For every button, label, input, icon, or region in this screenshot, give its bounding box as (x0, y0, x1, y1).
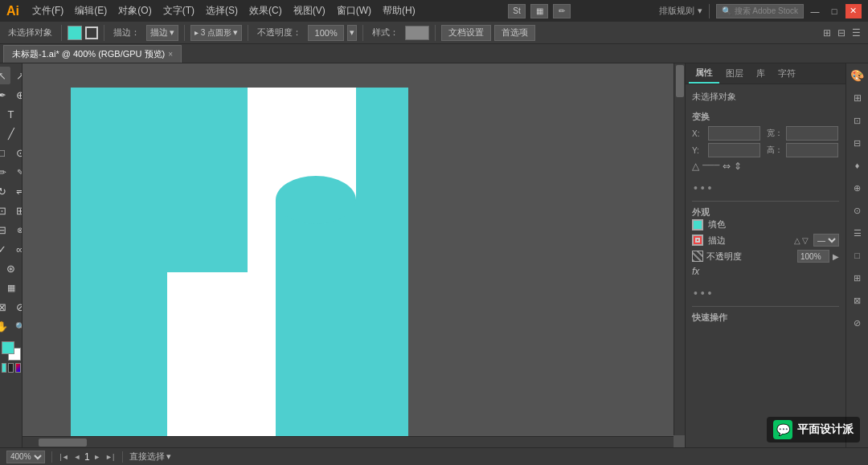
shape-tool2[interactable]: ⊙ (11, 144, 23, 161)
tab-properties[interactable]: 属性 (689, 63, 719, 84)
vertical-scroll-thumb[interactable] (676, 65, 684, 97)
horizontal-scroll-thumb[interactable] (39, 438, 87, 447)
more-options-1[interactable]: • • • (692, 180, 839, 196)
fill-type-icon[interactable] (692, 219, 703, 230)
qr-panel-icon[interactable]: ⊡ (849, 112, 866, 129)
brush-btn[interactable]: ✏ (553, 4, 571, 18)
link-panel-icon[interactable]: ⊟ (849, 134, 866, 152)
panel-icon5[interactable]: ♦ (849, 157, 866, 174)
menu-type[interactable]: 文字(T) (158, 2, 199, 19)
warp-tool[interactable]: ⊞ (11, 202, 23, 219)
line-tool[interactable]: ╱ (2, 124, 20, 142)
color-icon[interactable] (2, 363, 7, 373)
rect-tool[interactable]: □ (0, 144, 10, 161)
sort-dropdown-icon[interactable]: ▾ (698, 6, 702, 16)
style-preview[interactable] (405, 26, 429, 40)
flip-v-icon[interactable]: ⇕ (734, 161, 742, 172)
stroke-color-swatch[interactable] (85, 27, 98, 39)
hand-tool[interactable]: ✋ (0, 317, 10, 335)
pathfinder-panel-icon[interactable]: ⊞ (849, 89, 866, 107)
first-artboard-btn[interactable]: |◄ (59, 451, 70, 463)
stroke-type-select[interactable]: — (813, 234, 839, 247)
menu-view[interactable]: 视图(V) (289, 2, 330, 19)
panel-icon6[interactable]: ⊕ (849, 179, 866, 197)
appearance-panel-icon[interactable]: 🎨 (849, 67, 866, 84)
type-tool[interactable]: T (2, 105, 20, 123)
mirror-tool[interactable]: ⇌ (11, 182, 23, 200)
opacity-value-input[interactable] (797, 250, 829, 263)
menu-object[interactable]: 对象(O) (113, 2, 156, 19)
rotate-tool[interactable]: ↻ (0, 182, 10, 200)
panel-icon10[interactable]: ⊞ (849, 269, 866, 287)
eyedropper-tool[interactable]: ✓ (0, 240, 10, 258)
panel-icon8[interactable]: ☰ (849, 224, 866, 242)
prefs-btn[interactable]: 首选项 (494, 25, 535, 41)
stroke-up-arrow[interactable]: △ (794, 236, 800, 245)
tab-character[interactable]: 字符 (772, 64, 802, 83)
menu-edit[interactable]: 编辑(E) (70, 2, 112, 19)
symbol-sprayer-tool[interactable]: ⊛ (2, 259, 20, 277)
more-options-2[interactable]: • • • (692, 285, 839, 301)
flip-h-icon[interactable]: ⇔ (723, 161, 731, 172)
zoom-select[interactable]: 400% (6, 451, 45, 463)
zoom-tool[interactable]: 🔍 (11, 317, 23, 335)
rotate-cw-icon[interactable]: △ (692, 161, 699, 172)
puppet-warp-tool[interactable]: ⊗ (11, 221, 23, 239)
prev-artboard-btn[interactable]: ◄ (72, 451, 83, 463)
toolbar-icon1[interactable]: ⊞ (821, 26, 833, 40)
w-input[interactable] (786, 126, 838, 141)
close-button[interactable]: ✕ (845, 4, 862, 18)
stroke-type-icon[interactable] (692, 235, 703, 246)
y-input[interactable] (708, 143, 760, 157)
panel-icon7[interactable]: ⊙ (849, 202, 866, 219)
tab-close-btn[interactable]: × (168, 50, 173, 59)
scale-tool[interactable]: ⊡ (0, 202, 10, 219)
menu-file[interactable]: 文件(F) (27, 2, 68, 19)
toolbar-icon3[interactable]: ☰ (850, 26, 863, 40)
panel-icon9[interactable]: □ (849, 247, 866, 264)
no-color-icon[interactable] (8, 363, 14, 373)
stroke-down-arrow[interactable]: ▽ (802, 236, 809, 245)
blend-tool[interactable]: ∞ (11, 240, 23, 258)
stroke-color-box[interactable] (695, 238, 700, 243)
graph-tool[interactable]: ▦ (2, 279, 20, 296)
direct-selection-tool[interactable]: ↗ (11, 67, 23, 84)
fill-color-swatch[interactable] (68, 26, 82, 40)
opacity-input[interactable] (308, 25, 344, 41)
arrange-mode-btn[interactable]: St (508, 4, 526, 18)
doc-settings-btn[interactable]: 文档设置 (441, 25, 491, 41)
opacity-dropdown[interactable]: ▾ (347, 25, 357, 41)
status-dropdown-icon[interactable]: ▾ (166, 451, 171, 462)
foreground-color[interactable] (2, 341, 14, 354)
toolbar-icon2[interactable]: ⊟ (835, 26, 848, 40)
minimize-button[interactable]: — (807, 4, 823, 18)
document-tab[interactable]: 未标题-1.ai* @ 400% (RGB/GPU 预览) × (3, 45, 182, 63)
horizontal-scrollbar[interactable] (23, 436, 674, 447)
x-input[interactable] (708, 126, 760, 141)
vertical-scrollbar[interactable] (674, 63, 685, 435)
artboard-tool[interactable]: ⊠ (0, 298, 10, 316)
anchor-tool[interactable]: ⊕ (11, 86, 23, 104)
search-box[interactable]: 🔍 搜索 Adobe Stock (716, 4, 804, 18)
menu-window[interactable]: 窗口(W) (332, 2, 376, 19)
panel-icon11[interactable]: ⊠ (849, 292, 866, 309)
fill-color-box[interactable] (694, 221, 702, 229)
tab-libraries[interactable]: 库 (750, 64, 772, 83)
maximize-button[interactable]: □ (826, 4, 842, 18)
free-transform-tool[interactable]: ⊟ (0, 221, 10, 239)
selection-tool[interactable]: ↖ (0, 67, 10, 84)
fx-label[interactable]: fx (692, 266, 699, 277)
panel-icon12[interactable]: ⊘ (849, 314, 866, 332)
menu-help[interactable]: 帮助(H) (378, 2, 420, 19)
pen-tool[interactable]: ✒ (0, 86, 10, 104)
opacity-arrow[interactable]: ▶ (833, 252, 839, 261)
tab-layers[interactable]: 图层 (719, 64, 750, 83)
slice-tool[interactable]: ⊘ (11, 298, 23, 316)
next-artboard-btn[interactable]: ► (92, 451, 103, 463)
gradient-icon[interactable] (15, 363, 21, 373)
pencil-tool[interactable]: ✎ (11, 163, 23, 181)
last-artboard-btn[interactable]: ►| (104, 451, 116, 463)
view-mode-btn[interactable]: ▦ (530, 4, 548, 18)
menu-select[interactable]: 选择(S) (201, 2, 243, 19)
h-input[interactable] (786, 143, 838, 157)
